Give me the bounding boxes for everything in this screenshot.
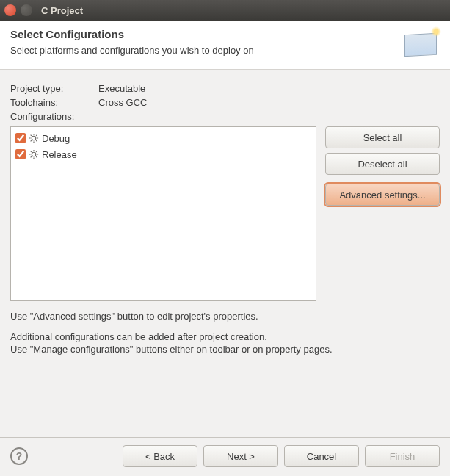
select-all-button[interactable]: Select all [325, 126, 440, 148]
dialog-content: Select Configurations Select platforms a… [0, 21, 450, 476]
hint-line3: Use "Manage configurations" buttons eith… [10, 344, 333, 355]
project-type-value: Executable [98, 83, 440, 94]
footer: ? < Back Next > Cancel Finish [0, 437, 450, 476]
minimize-icon[interactable] [21, 4, 32, 16]
hint-lines23: Additional configurations can be added a… [10, 331, 440, 356]
config-label: Release [42, 149, 77, 160]
deselect-all-button[interactable]: Deselect all [325, 153, 440, 175]
close-icon[interactable] [4, 4, 16, 16]
finish-button[interactable]: Finish [365, 445, 440, 467]
configurations-list[interactable]: DebugRelease [10, 126, 316, 301]
banner-subheading: Select platforms and configurations you … [10, 45, 254, 56]
config-checkbox[interactable] [15, 149, 26, 159]
toolchains-value: Cross GCC [98, 97, 440, 108]
window-title: C Project [41, 5, 83, 16]
config-checkbox[interactable] [15, 133, 26, 143]
config-item[interactable]: Debug [15, 130, 311, 146]
svg-point-0 [32, 136, 36, 140]
toolchains-label: Toolchains: [10, 97, 98, 108]
svg-point-1 [32, 152, 36, 156]
info-grid: Project type: Executable Toolchains: Cro… [10, 83, 440, 122]
advanced-settings-button[interactable]: Advanced settings... [325, 184, 440, 206]
gear-icon [29, 149, 39, 159]
hint-text: Use "Advanced settings" button to edit p… [10, 310, 440, 356]
banner: Select Configurations Select platforms a… [0, 21, 450, 70]
next-button[interactable]: Next > [203, 445, 278, 467]
side-buttons: Select all Deselect all Advanced setting… [325, 126, 440, 206]
project-type-label: Project type: [10, 83, 98, 94]
main-panel: Project type: Executable Toolchains: Cro… [0, 70, 450, 301]
cancel-button[interactable]: Cancel [284, 445, 359, 467]
hint-line1: Use "Advanced settings" button to edit p… [10, 310, 440, 323]
back-button[interactable]: < Back [123, 445, 197, 467]
config-label: Debug [42, 133, 70, 144]
wizard-icon [402, 28, 440, 59]
config-item[interactable]: Release [15, 146, 311, 162]
gear-icon [29, 133, 39, 143]
configurations-label: Configurations: [10, 111, 98, 122]
banner-text: Select Configurations Select platforms a… [10, 28, 254, 56]
titlebar: C Project [0, 0, 450, 21]
config-row: DebugRelease Select all Deselect all Adv… [10, 126, 440, 301]
hint-line2: Additional configurations can be added a… [10, 331, 267, 342]
help-icon[interactable]: ? [10, 447, 28, 465]
banner-heading: Select Configurations [10, 28, 254, 40]
